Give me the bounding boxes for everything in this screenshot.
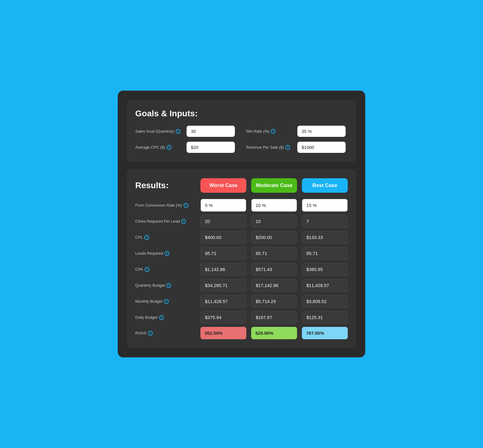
moderate-case-cell: $187.97 — [251, 311, 297, 324]
avg-cpc-row: Average CPC ($) i — [135, 142, 237, 153]
revenue-per-sale-label: Revenue Per Sale ($) i — [246, 145, 294, 150]
worst-case-cell: $1,142.86 — [200, 263, 246, 276]
worst-case-cell: 20 — [200, 215, 246, 228]
result-row: Clicks Required Per Leadi20107 — [135, 215, 348, 228]
result-row: CPLi$400.00$200.00$133.33 — [135, 231, 348, 244]
result-row: Leads Requiredi85.7185.7185.71 — [135, 247, 348, 260]
result-row-label: CPAi — [135, 267, 196, 272]
sales-goal-input[interactable] — [187, 126, 235, 137]
result-row-label: Monthly Budgeti — [135, 299, 196, 304]
win-rate-input[interactable] — [297, 126, 346, 137]
moderate-case-cell: 10 — [251, 215, 297, 228]
avg-cpc-input[interactable] — [187, 142, 235, 153]
sales-goal-row: Sales Goal (Quarterly) i — [135, 126, 237, 137]
row-info-icon[interactable]: i — [148, 331, 153, 336]
best-case-cell: 7 — [302, 215, 348, 228]
worst-case-cell: 262.50% — [200, 327, 246, 339]
results-title: Results: — [135, 181, 196, 190]
sales-goal-info-icon[interactable]: i — [176, 129, 181, 134]
best-case-cell: $380.95 — [302, 263, 348, 276]
row-info-icon[interactable]: i — [159, 315, 164, 320]
worst-case-cell: $34,285.71 — [200, 279, 246, 292]
moderate-case-cell[interactable]: 10 % — [251, 199, 297, 212]
result-row: Quarterly Budgeti$34,285.71$17,142.86$11… — [135, 279, 348, 292]
row-info-icon[interactable]: i — [184, 203, 188, 208]
revenue-per-sale-row: Revenue Per Sale ($) i — [246, 142, 348, 153]
sales-goal-label: Sales Goal (Quarterly) i — [135, 129, 184, 134]
worst-case-cell: $400.00 — [200, 231, 246, 244]
worst-case-cell: 85.71 — [200, 247, 246, 260]
avg-cpc-label: Average CPC ($) i — [135, 145, 184, 150]
avg-cpc-info-icon[interactable]: i — [167, 145, 171, 150]
row-info-icon[interactable]: i — [144, 235, 149, 240]
results-header-row: Results: Worst Case Moderate Case Best C… — [135, 178, 348, 193]
best-case-cell: $3,809.52 — [302, 295, 348, 308]
best-case-button[interactable]: Best Case — [302, 178, 348, 193]
result-row-label: Quarterly Budgeti — [135, 283, 196, 288]
row-info-icon[interactable]: i — [181, 219, 186, 224]
row-info-icon[interactable]: i — [164, 299, 169, 304]
result-row: Daily Budgeti$375.94$187.97$125.31 — [135, 311, 348, 324]
worst-case-button[interactable]: Worst Case — [200, 178, 246, 193]
result-row: Form Conversion Rate (%)i5 %10 %15 % — [135, 199, 348, 212]
row-info-icon[interactable]: i — [165, 251, 169, 256]
main-container: Goals & Inputs: Sales Goal (Quarterly) i… — [118, 91, 365, 357]
moderate-case-cell: $17,142.86 — [251, 279, 297, 292]
results-section: Results: Worst Case Moderate Case Best C… — [127, 169, 356, 348]
worst-case-cell: $375.94 — [200, 311, 246, 324]
goals-inputs-section: Goals & Inputs: Sales Goal (Quarterly) i… — [127, 100, 356, 162]
revenue-per-sale-info-icon[interactable]: i — [285, 145, 290, 150]
win-rate-info-icon[interactable]: i — [271, 129, 276, 134]
moderate-case-cell: 85.71 — [251, 247, 297, 260]
result-row-label: ROASi — [135, 331, 196, 336]
moderate-case-button[interactable]: Moderate Case — [251, 178, 297, 193]
win-rate-row: Win Rate (%) i — [246, 126, 348, 137]
results-table: Form Conversion Rate (%)i5 %10 %15 %Clic… — [135, 199, 348, 339]
worst-case-cell[interactable]: 5 % — [200, 199, 246, 212]
revenue-per-sale-input[interactable] — [297, 142, 346, 153]
result-row-label: Daily Budgeti — [135, 315, 196, 320]
result-row-label: Leads Requiredi — [135, 251, 196, 256]
result-row-label: CPLi — [135, 235, 196, 240]
inputs-grid: Sales Goal (Quarterly) i Win Rate (%) i … — [135, 126, 348, 153]
best-case-cell: $11,428.57 — [302, 279, 348, 292]
result-row-label: Clicks Required Per Leadi — [135, 219, 196, 224]
row-info-icon[interactable]: i — [145, 267, 149, 272]
result-row: ROASi262.50%525.00%787.50% — [135, 327, 348, 339]
best-case-cell: 787.50% — [302, 327, 348, 339]
result-row: Monthly Budgeti$11,428.57$5,714.29$3,809… — [135, 295, 348, 308]
best-case-cell[interactable]: 15 % — [302, 199, 348, 212]
moderate-case-cell: $200.00 — [251, 231, 297, 244]
moderate-case-cell: $571.43 — [251, 263, 297, 276]
best-case-cell: 85.71 — [302, 247, 348, 260]
row-info-icon[interactable]: i — [166, 283, 171, 288]
moderate-case-cell: $5,714.29 — [251, 295, 297, 308]
goals-title: Goals & Inputs: — [135, 109, 348, 118]
best-case-cell: $133.33 — [302, 231, 348, 244]
worst-case-cell: $11,428.57 — [200, 295, 246, 308]
result-row-label: Form Conversion Rate (%)i — [135, 203, 196, 208]
win-rate-label: Win Rate (%) i — [246, 129, 294, 134]
result-row: CPAi$1,142.86$571.43$380.95 — [135, 263, 348, 276]
moderate-case-cell: 525.00% — [251, 327, 297, 339]
best-case-cell: $125.31 — [302, 311, 348, 324]
